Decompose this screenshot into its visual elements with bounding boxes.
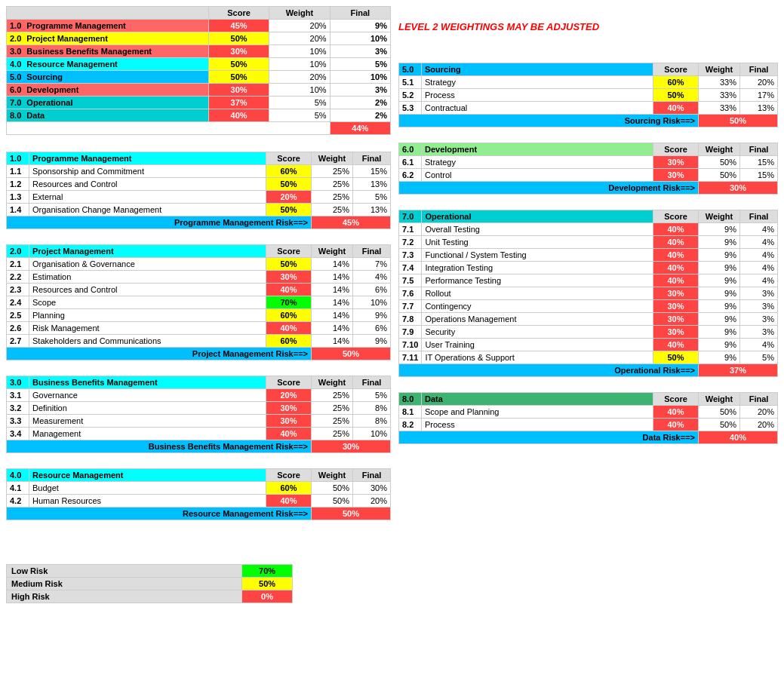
section-6-table: 6.0 Development Score Weight Final 6.1 S… [398, 143, 778, 195]
section-row: 2.6 Risk Management 40% 14% 6% [7, 322, 391, 335]
section-row: 7.5 Performance Testing 40% 9% 4% [399, 274, 778, 287]
section-row: 2.1 Organisation & Governance 50% 14% 7% [7, 258, 391, 271]
summary-row: 8.0 Data 40% 5% 2% [7, 109, 391, 122]
section-row: 7.10 User Training 40% 9% 4% [399, 339, 778, 351]
section-row: 5.2 Process 50% 33% 17% [399, 89, 778, 102]
summary-final-header: Final [330, 7, 390, 20]
risk-row: Business Benefits Management Risk==> 30% [7, 440, 391, 453]
risk-row: Resource Management Risk==> 50% [7, 508, 391, 520]
section-row: 4.2 Human Resources 40% 50% 20% [7, 495, 391, 508]
risk-row: Project Management Risk==> 50% [7, 348, 391, 360]
section-row: 6.1 Strategy 30% 50% 15% [399, 156, 778, 169]
section-row: 7.1 Overall Testing 40% 9% 4% [399, 223, 778, 236]
main-container: Score Weight Final 1.0 Programme Managem… [6, 6, 778, 603]
section-row: 3.1 Governance 20% 25% 5% [7, 389, 391, 402]
section-row: 7.4 Integration Testing 40% 9% 4% [399, 262, 778, 274]
section-row: 3.2 Definition 30% 25% 8% [7, 402, 391, 415]
section-row: 5.3 Contractual 40% 33% 13% [399, 102, 778, 115]
section-row: 7.9 Security 30% 9% 3% [399, 326, 778, 339]
right-panel: LEVEL 2 WEIGHTINGS MAY BE ADJUSTED 5.0 S… [398, 6, 778, 603]
summary-row: 3.0 Business Benefits Management 30% 10%… [7, 45, 391, 58]
section-row: 6.2 Control 30% 50% 15% [399, 169, 778, 182]
section-row: 7.7 Contingency 30% 9% 3% [399, 300, 778, 313]
section-row: 3.3 Measurement 30% 25% 8% [7, 415, 391, 428]
summary-weight-header: Weight [269, 7, 330, 20]
summary-row: 2.0 Project Management 50% 20% 10% [7, 32, 391, 45]
risk-row: Sourcing Risk==> 50% [399, 115, 778, 127]
section-row: 8.2 Process 40% 50% 20% [399, 419, 778, 431]
section-row: 2.4 Scope 70% 14% 10% [7, 296, 391, 309]
section-row: 7.6 Rollout 30% 9% 3% [399, 287, 778, 300]
risk-row: Development Risk==> 30% [399, 182, 778, 195]
summary-row: 1.0 Programme Management 45% 20% 9% [7, 20, 391, 32]
section-row: 2.3 Resources and Control 40% 14% 6% [7, 284, 391, 296]
section-row: 5.1 Strategy 60% 33% 20% [399, 76, 778, 89]
section-row: 1.4 Organisation Change Management 50% 2… [7, 204, 391, 216]
risk-row: Operational Risk==> 37% [399, 364, 778, 377]
legend-table: Low Risk 70% Medium Risk 50% High Risk 0… [6, 564, 293, 603]
summary-table: Score Weight Final 1.0 Programme Managem… [6, 6, 391, 135]
risk-row: Data Risk==> 40% [399, 431, 778, 444]
section-row: 8.1 Scope and Planning 40% 50% 20% [399, 406, 778, 419]
section-row: 2.2 Estimation 30% 14% 4% [7, 271, 391, 284]
section-row: 7.2 Unit Testing 40% 9% 4% [399, 236, 778, 249]
section-row: 2.5 Planning 60% 14% 9% [7, 309, 391, 322]
summary-row: 6.0 Development 30% 10% 3% [7, 84, 391, 97]
section-row: 7.3 Functional / System Testing 40% 9% 4… [399, 249, 778, 262]
section-5-table: 5.0 Sourcing Score Weight Final 5.1 Stra… [398, 63, 778, 127]
section-row: 1.2 Resources and Control 50% 25% 13% [7, 178, 391, 191]
legend-item: Low Risk 70% [7, 565, 293, 578]
summary-row: 7.0 Operational 37% 5% 2% [7, 97, 391, 109]
left-panel: Score Weight Final 1.0 Programme Managem… [6, 6, 391, 603]
section-8-table: 8.0 Data Score Weight Final 8.1 Scope an… [398, 392, 778, 444]
section-4-table: 4.0 Resource Management Score Weight Fin… [6, 468, 391, 520]
summary-row: 4.0 Resource Management 50% 10% 5% [7, 58, 391, 71]
section-1-table: 1.0 Programme Management Score Weight Fi… [6, 152, 391, 229]
legend-item: High Risk 0% [7, 590, 293, 603]
section-row: 7.8 Operations Management 30% 9% 3% [399, 313, 778, 326]
warning-text: LEVEL 2 WEIGHTINGS MAY BE ADJUSTED [398, 6, 778, 48]
legend-item: Medium Risk 50% [7, 578, 293, 590]
section-3-table: 3.0 Business Benefits Management Score W… [6, 376, 391, 453]
section-row: 1.3 External 20% 25% 5% [7, 191, 391, 204]
summary-row: 5.0 Sourcing 50% 20% 10% [7, 71, 391, 84]
section-2-table: 2.0 Project Management Score Weight Fina… [6, 244, 391, 360]
section-7-table: 7.0 Operational Score Weight Final 7.1 O… [398, 210, 778, 377]
section-row: 7.11 IT Operations & Support 50% 9% 5% [399, 351, 778, 364]
risk-row: Programme Management Risk==> 45% [7, 216, 391, 229]
section-row: 4.1 Budget 60% 50% 30% [7, 482, 391, 495]
section-row: 2.7 Stakeholders and Communications 60% … [7, 335, 391, 348]
section-row: 3.4 Management 40% 25% 10% [7, 428, 391, 440]
section-row: 1.1 Sponsorship and Commitment 60% 25% 1… [7, 165, 391, 178]
summary-score-header: Score [208, 7, 269, 20]
